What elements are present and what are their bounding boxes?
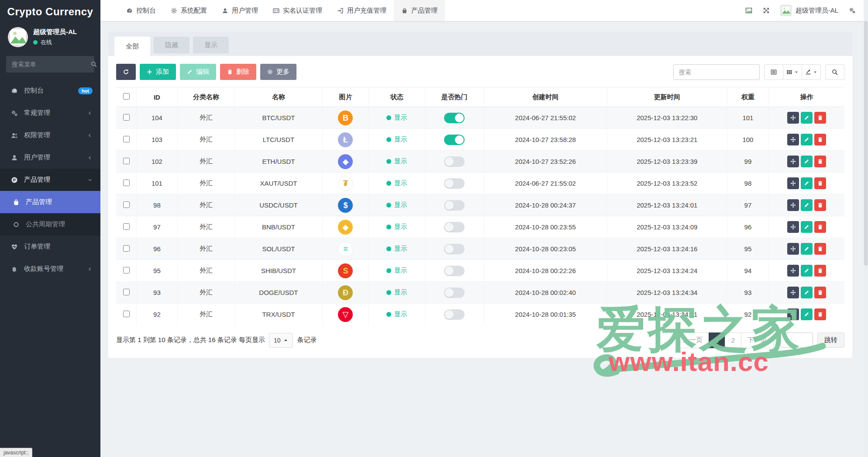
settings-gears-icon[interactable] [849, 7, 856, 14]
row-move-button[interactable] [787, 112, 799, 124]
status-badge[interactable]: 显示 [386, 288, 407, 297]
sidebar-item-public-cycle[interactable]: 公共周期管理 [0, 213, 100, 235]
page-prev-button[interactable]: 上一页 [676, 332, 709, 348]
page-size-select[interactable]: 10 [269, 333, 293, 348]
row-checkbox[interactable] [123, 114, 130, 121]
row-move-button[interactable] [787, 308, 799, 320]
row-checkbox[interactable] [123, 158, 130, 164]
refresh-button[interactable] [116, 64, 136, 80]
status-badge[interactable]: 显示 [386, 267, 407, 275]
tab-hidden[interactable]: 隐藏 [154, 37, 189, 53]
language-icon[interactable] [745, 7, 752, 14]
row-checkbox[interactable] [123, 289, 130, 295]
scrollbar[interactable] [864, 0, 868, 457]
scrollbar-thumb[interactable] [864, 21, 868, 266]
status-badge[interactable]: 显示 [386, 114, 407, 122]
row-delete-button[interactable] [814, 265, 826, 277]
sidebar-item-product-manage[interactable]: 产品管理 [0, 191, 100, 213]
row-edit-button[interactable] [801, 156, 813, 167]
sidebar-item-order[interactable]: 订单管理 [0, 235, 100, 258]
hamburger-menu-icon[interactable] [100, 0, 119, 21]
detail-view-button[interactable] [764, 64, 783, 80]
edit-button[interactable]: 编辑 [180, 64, 216, 80]
row-move-button[interactable] [787, 265, 799, 277]
hot-toggle[interactable] [444, 287, 465, 298]
menu-search-input[interactable] [12, 61, 91, 68]
hot-toggle[interactable] [444, 113, 465, 123]
select-all-checkbox[interactable] [123, 93, 130, 100]
row-move-button[interactable] [787, 199, 799, 211]
row-edit-button[interactable] [801, 265, 813, 277]
row-delete-button[interactable] [814, 177, 826, 189]
topnav-item-user-manage[interactable]: 用户管理 [214, 0, 265, 21]
jump-button[interactable]: 跳转 [817, 332, 844, 348]
row-delete-button[interactable] [814, 287, 826, 298]
row-delete-button[interactable] [814, 134, 826, 145]
status-badge[interactable]: 显示 [386, 223, 407, 231]
row-delete-button[interactable] [814, 199, 826, 211]
page-1-button[interactable]: 1 [709, 332, 725, 348]
row-move-button[interactable] [787, 156, 799, 167]
topnav-item-system-config[interactable]: 系统配置 [163, 0, 214, 21]
page-next-button[interactable]: 下一页 [741, 332, 774, 348]
row-delete-button[interactable] [814, 243, 826, 255]
tab-all[interactable]: 全部 [114, 37, 150, 56]
hot-toggle[interactable] [444, 266, 465, 276]
export-button[interactable] [802, 64, 821, 80]
hot-toggle[interactable] [444, 222, 465, 232]
delete-button[interactable]: 删除 [220, 64, 256, 80]
row-checkbox[interactable] [123, 245, 130, 252]
row-delete-button[interactable] [814, 308, 826, 320]
hot-toggle[interactable] [444, 244, 465, 254]
status-badge[interactable]: 显示 [386, 157, 407, 166]
tab-shown[interactable]: 显示 [193, 37, 229, 53]
row-checkbox[interactable] [123, 267, 130, 274]
row-checkbox[interactable] [123, 136, 130, 142]
table-search-input[interactable] [673, 64, 760, 80]
row-move-button[interactable] [787, 287, 799, 298]
row-edit-button[interactable] [801, 134, 813, 145]
status-badge[interactable]: 显示 [386, 179, 407, 187]
row-edit-button[interactable] [801, 112, 813, 124]
row-edit-button[interactable] [801, 308, 813, 320]
topnav-user[interactable]: 超级管理员-AL [780, 5, 838, 16]
status-badge[interactable]: 显示 [386, 201, 407, 209]
row-delete-button[interactable] [814, 156, 826, 167]
status-badge[interactable]: 显示 [386, 310, 407, 319]
columns-button[interactable] [783, 64, 802, 80]
more-button[interactable]: 更多 [260, 64, 296, 80]
row-move-button[interactable] [787, 134, 799, 145]
hot-toggle[interactable] [444, 156, 465, 167]
row-delete-button[interactable] [814, 112, 826, 124]
topnav-item-dashboard[interactable]: 控制台 [119, 0, 163, 21]
topnav-item-recharge-manage[interactable]: 用户充值管理 [330, 0, 394, 21]
jump-page-input[interactable] [781, 332, 813, 348]
row-checkbox[interactable] [123, 180, 130, 186]
search-submit-button[interactable] [825, 64, 844, 80]
row-edit-button[interactable] [801, 199, 813, 211]
status-badge[interactable]: 显示 [386, 245, 407, 253]
topnav-item-product-manage[interactable]: 产品管理 [394, 0, 445, 21]
hot-toggle[interactable] [444, 135, 465, 145]
row-edit-button[interactable] [801, 177, 813, 189]
fullscreen-icon[interactable] [763, 7, 770, 14]
sidebar-item-product[interactable]: P产品管理 [0, 169, 100, 191]
row-checkbox[interactable] [123, 223, 130, 230]
row-edit-button[interactable] [801, 221, 813, 233]
sidebar-item-general[interactable]: 常规管理 [0, 102, 100, 124]
sidebar-item-payment-account[interactable]: ฿收款账号管理 [0, 258, 100, 280]
row-checkbox[interactable] [123, 201, 130, 208]
sidebar-item-user[interactable]: 用户管理 [0, 146, 100, 169]
sidebar-item-auth[interactable]: 权限管理 [0, 124, 100, 146]
row-move-button[interactable] [787, 221, 799, 233]
hot-toggle[interactable] [444, 200, 465, 211]
page-2-button[interactable]: 2 [725, 332, 741, 348]
row-move-button[interactable] [787, 177, 799, 189]
topnav-item-kyc-manage[interactable]: 实名认证管理 [265, 0, 330, 21]
row-edit-button[interactable] [801, 243, 813, 255]
status-badge[interactable]: 显示 [386, 135, 407, 144]
row-delete-button[interactable] [814, 221, 826, 233]
sidebar-item-dashboard[interactable]: 控制台hot [0, 80, 100, 102]
hot-toggle[interactable] [444, 309, 465, 320]
row-move-button[interactable] [787, 243, 799, 255]
